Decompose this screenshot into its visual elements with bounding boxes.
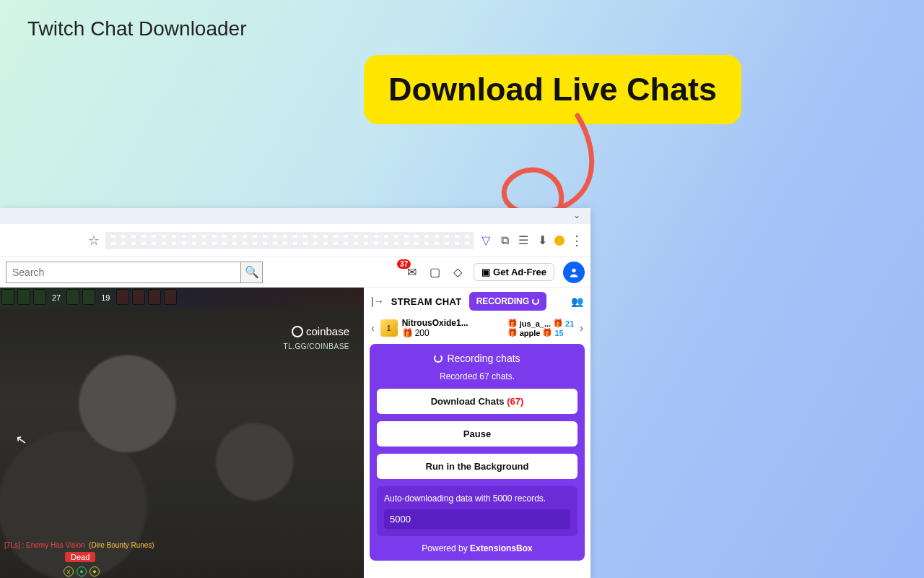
sponsor-logo: coinbase (292, 325, 349, 337)
chevron-left-icon[interactable]: ‹ (370, 322, 376, 334)
browser-menu-icon[interactable]: ⋮ (570, 233, 583, 249)
powered-by-link[interactable]: ExtensionsBox (470, 543, 533, 553)
download-icon[interactable]: ⬇ (536, 234, 549, 247)
powered-by: Powered by ExtensionsBox (377, 543, 578, 553)
whispers-icon[interactable]: ▢ (427, 265, 442, 280)
profile-dot-icon[interactable] (554, 236, 565, 246)
download-chats-button[interactable]: Download Chats (67) (377, 389, 578, 414)
gifter-name: NitrousOxide1... (402, 318, 503, 328)
tab-chevron-down-icon[interactable]: ⌄ (573, 210, 580, 220)
stream-video: 27 19 coinbase TL.GG/COINBASE [7Ls] : En… (0, 288, 364, 578)
game-hud: 27 19 (0, 288, 364, 308)
auto-download-section: Auto-downloading data with 5000 records.… (377, 486, 578, 536)
inbox-button[interactable]: 37 ✉ (404, 265, 419, 280)
extension-puzzle-icon[interactable]: ⧉ (498, 234, 511, 247)
search-icon: 🔍 (245, 265, 259, 279)
gift-leaderboard-row: ‹ 1 NitrousOxide1... 🎁200 🎁jus_a_... 🎁 2… (364, 315, 590, 341)
svg-point-0 (572, 268, 575, 272)
spinner-icon (434, 354, 443, 363)
score-right: 19 (98, 293, 113, 302)
browser-window: ⌄ ☆ ▽ ⧉ ☰ ⬇ ⋮ 🔍 37 ✉ ▢ ◇ ▣ Get Ad-Free (0, 208, 590, 578)
headline-callout: Download Live Chats (364, 55, 741, 124)
stream-chat-tab[interactable]: STREAM CHAT (391, 296, 462, 307)
reading-list-icon[interactable]: ☰ (517, 234, 530, 247)
browser-toolbar: ☆ ▽ ⧉ ☰ ⬇ ⋮ (0, 224, 590, 257)
dead-label: Dead (65, 552, 95, 562)
auto-download-value[interactable]: 5000 (384, 509, 570, 529)
community-icon[interactable]: 👥 (571, 296, 583, 307)
run-background-button[interactable]: Run in the Background (377, 454, 578, 479)
recording-label: RECORDING (476, 296, 529, 306)
extension-popup: Recording chats Recorded 67 chats. Downl… (370, 344, 585, 561)
get-ad-free-label: Get Ad-Free (493, 267, 546, 277)
site-topbar: 🔍 37 ✉ ▢ ◇ ▣ Get Ad-Free (0, 257, 590, 288)
game-event-log: [7Ls] : Enemy Has Vision (Dire Bounty Ru… (4, 541, 154, 549)
search-input[interactable] (6, 262, 241, 283)
collapse-chat-icon[interactable]: |→ (371, 296, 384, 307)
get-ad-free-button[interactable]: ▣ Get Ad-Free (474, 263, 554, 281)
page-title: Twitch Chat Downloader (27, 17, 246, 40)
chat-panel: |→ STREAM CHAT RECORDING 👥 ‹ 1 NitrousOx… (364, 288, 590, 578)
recording-button[interactable]: RECORDING (469, 292, 546, 311)
user-avatar[interactable] (563, 262, 585, 283)
sponsor-subtext: TL.GG/COINBASE (284, 342, 349, 350)
rank-badge: 1 (380, 319, 398, 337)
user-icon (568, 267, 580, 278)
hud-ability-icons: x●● (64, 566, 100, 577)
pause-button[interactable]: Pause (377, 421, 578, 447)
chevron-right-icon[interactable]: › (578, 322, 585, 334)
twitch-extension-icon[interactable]: ▽ (479, 234, 492, 247)
recording-status: Recording chats (447, 353, 520, 364)
gift-icon: 🎁 (507, 319, 518, 328)
crown-icon: ▣ (481, 267, 490, 277)
gift-icon: 🎁 (402, 328, 413, 338)
browser-tabbar: ⌄ (0, 208, 590, 224)
gift-icon: 🎁 (507, 328, 518, 337)
recorded-count: Recorded 67 chats. (377, 371, 578, 381)
auto-download-label: Auto-downloading data with 5000 records. (384, 493, 570, 504)
score-left: 27 (49, 293, 64, 302)
inbox-badge: 37 (397, 259, 411, 269)
search-button[interactable]: 🔍 (241, 262, 263, 283)
spinner-icon (532, 298, 539, 305)
extensions-blurred (105, 232, 474, 249)
bookmark-star-icon[interactable]: ☆ (88, 233, 100, 249)
notifications-icon[interactable]: ◇ (450, 265, 465, 280)
